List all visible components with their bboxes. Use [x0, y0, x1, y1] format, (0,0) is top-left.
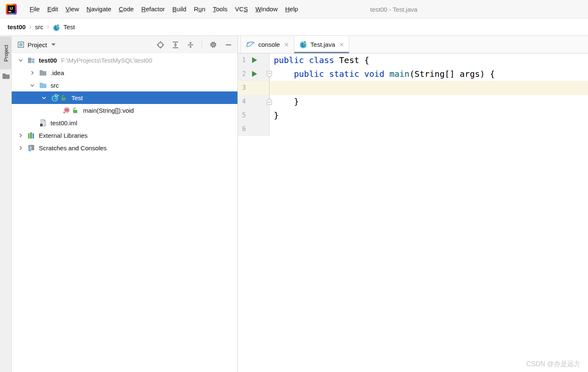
gutter: [250, 109, 270, 122]
class-icon: C: [53, 24, 60, 31]
mysql-dolphin-icon: [246, 41, 255, 48]
menu-window[interactable]: Window: [252, 3, 281, 15]
menu-view[interactable]: View: [62, 3, 83, 15]
fold-start-icon[interactable]: [266, 71, 273, 79]
fold-region-line: [269, 77, 270, 99]
code-editor[interactable]: 1 public class Test { 2 public static vo…: [238, 53, 588, 372]
tree-item-label: src: [50, 82, 59, 89]
chevron-right-icon[interactable]: [30, 71, 39, 75]
gutter: [250, 122, 270, 136]
module-file-icon: [39, 119, 48, 127]
menu-run[interactable]: Run: [190, 3, 209, 15]
chevron-down-icon[interactable]: [18, 58, 28, 62]
tree-item-test-class[interactable]: C Test: [12, 91, 237, 104]
menu-build[interactable]: Build: [169, 3, 190, 15]
tree-item-idea-folder[interactable]: .idea: [12, 66, 237, 79]
editor-area: console × C Test.java × 1 public class T…: [238, 36, 588, 372]
menu-label: ile: [33, 5, 40, 13]
menu-label: dit: [51, 5, 58, 13]
tree-item-src-folder[interactable]: src: [12, 79, 237, 91]
tree-item-main-method[interactable]: m main(String[]):void: [12, 104, 237, 116]
menu-file[interactable]: File: [26, 3, 43, 15]
menu-vcs[interactable]: VCS: [231, 3, 252, 15]
menu-label: ode: [123, 5, 134, 13]
panel-title[interactable]: Project: [28, 41, 47, 48]
chevron-down-icon[interactable]: [51, 43, 56, 46]
class-icon: C: [299, 40, 307, 48]
tree-item-label: Scratches and Consoles: [39, 144, 107, 152]
project-panel-header: Project: [12, 36, 237, 53]
menu-mnemonic: W: [255, 5, 261, 13]
menu-label: n: [202, 5, 205, 13]
tree-item-label: main(String[]):void: [83, 107, 134, 114]
code-text: }: [270, 95, 299, 109]
fold-end-icon[interactable]: [266, 98, 273, 107]
project-stripe-button[interactable]: Project: [0, 37, 12, 69]
tab-console[interactable]: console ×: [240, 36, 294, 53]
menu-mnemonic: N: [86, 5, 91, 13]
settings-gear-icon[interactable]: [209, 40, 217, 49]
folder-icon: [39, 69, 48, 76]
menu-navigate[interactable]: Navigate: [83, 3, 115, 15]
locate-file-button[interactable]: [156, 41, 164, 49]
project-view-icon: [18, 41, 24, 48]
project-tree: test00 F:\MyProjects\TestMySQL\test00 .i…: [12, 53, 237, 372]
expand-all-button[interactable]: [172, 41, 179, 49]
tree-item-project-root[interactable]: test00 F:\MyProjects\TestMySQL\test00: [12, 54, 237, 66]
menu-refactor[interactable]: Refactor: [137, 3, 169, 15]
menu-label: VC: [235, 5, 244, 13]
chevron-right-icon[interactable]: [18, 146, 28, 150]
close-icon[interactable]: ×: [339, 40, 344, 48]
breadcrumb-project[interactable]: test00: [8, 23, 25, 30]
tab-label: console: [258, 41, 280, 48]
unlocked-icon: [72, 107, 81, 114]
hide-panel-button[interactable]: [225, 41, 232, 49]
code-line[interactable]: 1 public class Test {: [238, 53, 588, 67]
menu-label: efactor: [146, 5, 165, 13]
code-text: }: [270, 109, 279, 122]
tree-item-label: test00.iml: [50, 119, 77, 127]
menu-label: R: [194, 5, 198, 13]
sources-folder-icon: [39, 82, 48, 89]
tree-item-iml-file[interactable]: test00.iml: [12, 116, 237, 129]
close-icon[interactable]: ×: [284, 40, 289, 48]
method-icon: m: [63, 106, 72, 114]
run-class-icon[interactable]: [252, 57, 257, 63]
project-stripe-label: Project: [3, 45, 9, 61]
code-line[interactable]: 2 public static void main(String[] args)…: [238, 67, 588, 81]
breadcrumb-class[interactable]: Test: [63, 23, 75, 30]
menu-edit[interactable]: Edit: [43, 3, 62, 15]
code-text: public class Test {: [270, 53, 369, 67]
code-line[interactable]: 6: [238, 122, 588, 136]
menu-label: avigate: [91, 5, 111, 13]
chevron-right-icon[interactable]: [18, 133, 28, 138]
menu-help[interactable]: Help: [281, 3, 302, 15]
menu-mnemonic: B: [172, 5, 177, 13]
menu-mnemonic: V: [66, 5, 70, 13]
line-number: 4: [238, 95, 250, 109]
ide-window: IJ File Edit View Navigate Code Refactor…: [0, 0, 588, 372]
tree-item-label: .idea: [50, 69, 64, 76]
code-line[interactable]: 4 }: [238, 95, 588, 109]
folder-stripe-icon[interactable]: [2, 73, 10, 81]
chevron-down-icon[interactable]: [42, 96, 51, 100]
menu-code[interactable]: Code: [115, 3, 138, 15]
tree-item-scratches[interactable]: Scratches and Consoles: [12, 142, 237, 154]
code-line-current[interactable]: 3: [238, 81, 588, 95]
tree-item-label: Test: [71, 94, 83, 101]
chevron-down-icon[interactable]: [30, 84, 39, 87]
menu-mnemonic: u: [198, 5, 202, 13]
code-line[interactable]: 5 }: [238, 109, 588, 122]
editor-tab-bar: console × C Test.java ×: [238, 36, 588, 53]
collapse-all-button[interactable]: [187, 41, 194, 49]
breadcrumb-src[interactable]: src: [35, 23, 43, 30]
line-number: 6: [238, 122, 250, 136]
menu-tools[interactable]: Tools: [209, 3, 231, 15]
menu-mnemonic: C: [119, 5, 124, 13]
toolbar-divider: [202, 40, 202, 49]
tab-test-java[interactable]: C Test.java ×: [294, 36, 349, 53]
run-main-icon[interactable]: [252, 71, 257, 77]
watermark-text: CSDN @亦是远方: [526, 360, 580, 369]
tree-item-external-libraries[interactable]: External Libraries: [12, 129, 237, 142]
menu-mnemonic: R: [141, 5, 146, 13]
